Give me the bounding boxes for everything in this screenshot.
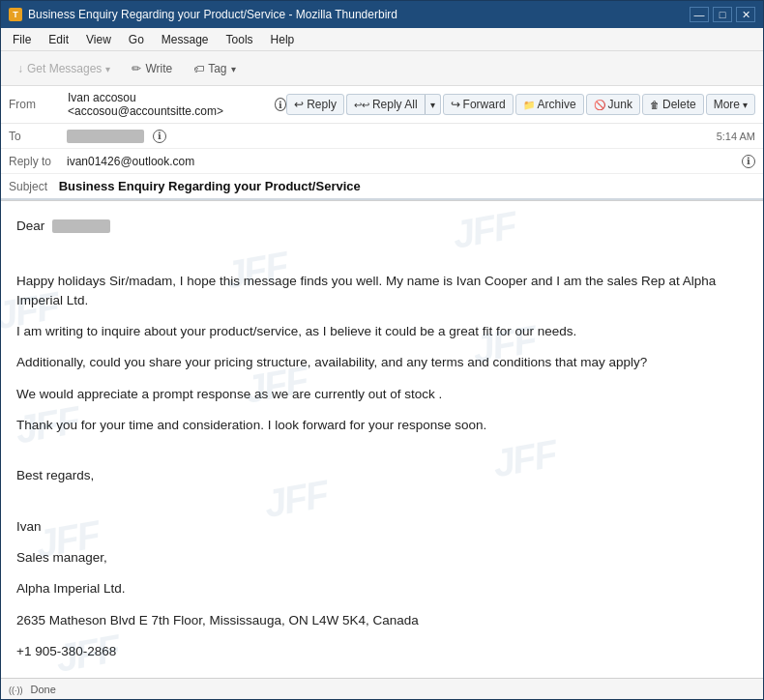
toolbar: Get Messages Write Tag (1, 51, 763, 86)
forward-icon (451, 98, 460, 111)
signature-company: Alpha Imperial Ltd. (16, 579, 748, 598)
more-button[interactable]: More (706, 94, 755, 115)
tag-icon (193, 62, 204, 75)
from-section: From Ivan accosou <accosou@accountsitte.… (9, 91, 286, 118)
junk-icon (594, 98, 605, 111)
tag-button[interactable]: Tag (185, 58, 244, 79)
subject-label: Subject (9, 180, 47, 193)
subject-value: Business Enquiry Regarding your Product/… (59, 179, 361, 193)
get-messages-icon (17, 62, 23, 75)
get-messages-dropdown-icon (105, 62, 110, 75)
status-text: Done (31, 684, 56, 695)
junk-button[interactable]: Junk (586, 94, 640, 115)
signature-title: Sales manager, (16, 548, 748, 568)
best-regards: Best regards, (16, 466, 748, 485)
menu-view[interactable]: View (78, 31, 119, 48)
email-header: From Ivan accosou <accosou@accountsitte.… (1, 86, 763, 201)
menu-help[interactable]: Help (263, 31, 303, 48)
signature-name: Ivan (16, 517, 748, 537)
email-body-content: Dear Happy holidays Sir/madam, I hope th… (16, 217, 748, 661)
forward-button[interactable]: Forward (443, 94, 514, 115)
reply-all-icon (354, 98, 369, 111)
more-chevron-icon (743, 98, 748, 111)
title-bar: T Business Enquiry Regarding your Produc… (1, 1, 763, 28)
reply-all-chevron-icon (430, 98, 435, 111)
wifi-icon (9, 684, 23, 695)
reply-to-value: ivan01426@outlook.com (67, 155, 738, 168)
write-icon (132, 62, 141, 75)
tag-dropdown-icon (231, 62, 236, 75)
to-label: To (9, 130, 67, 143)
menu-file[interactable]: File (5, 31, 39, 48)
from-value: Ivan accosou <accosou@accountsitte.com> (68, 91, 265, 118)
email-time: 5:14 AM (717, 131, 755, 142)
menu-edit[interactable]: Edit (41, 31, 76, 48)
reply-button[interactable]: Reply (286, 94, 344, 115)
paragraph-3: Additionally, could you share your prici… (16, 353, 748, 372)
reply-to-label: Reply to (9, 155, 67, 168)
menu-message[interactable]: Message (154, 31, 217, 48)
archive-icon (523, 98, 535, 111)
signature-phone: +1 905-380-2868 (16, 642, 748, 661)
dear-line: Dear (16, 217, 748, 236)
reply-all-dropdown-button[interactable] (425, 94, 441, 115)
reply-all-group: Reply All (346, 94, 441, 115)
minimize-button[interactable]: — (690, 7, 709, 22)
status-bar: Done (1, 678, 763, 699)
menu-tools[interactable]: Tools (219, 31, 261, 48)
recipient-name-blurred (52, 219, 110, 233)
reply-all-button[interactable]: Reply All (346, 94, 425, 115)
main-window: T Business Enquiry Regarding your Produc… (0, 0, 764, 700)
to-value: ℹ (67, 129, 717, 143)
archive-button[interactable]: Archive (515, 94, 584, 115)
title-bar-left: T Business Enquiry Regarding your Produc… (9, 8, 397, 21)
header-from-row: From Ivan accosou <accosou@accountsitte.… (1, 86, 763, 124)
reply-icon (294, 98, 304, 111)
close-button[interactable]: ✕ (736, 7, 755, 22)
app-icon: T (9, 8, 22, 21)
get-messages-button[interactable]: Get Messages (9, 58, 119, 79)
paragraph-1: Happy holidays Sir/madam, I hope this me… (16, 272, 748, 311)
paragraph-2: I am writing to inquire about your produ… (16, 322, 748, 341)
action-buttons: Reply Reply All Forward (286, 94, 755, 115)
paragraph-5: Thank you for your time and consideratio… (16, 416, 748, 435)
email-body: JFF JFF JFF JFF JFF JFF JFF (1, 201, 763, 678)
to-blurred (67, 130, 144, 143)
window-controls[interactable]: — □ ✕ (690, 7, 755, 22)
maximize-button[interactable]: □ (713, 7, 732, 22)
reply-to-row: Reply to ivan01426@outlook.com ℹ (1, 149, 763, 174)
paragraph-4: We would appreciate a prompt response as… (16, 385, 748, 404)
write-button[interactable]: Write (123, 58, 181, 79)
to-info-icon[interactable]: ℹ (153, 130, 166, 143)
subject-row: Subject Business Enquiry Regarding your … (1, 174, 763, 200)
delete-icon (650, 98, 660, 111)
menu-bar: File Edit View Go Message Tools Help (1, 28, 763, 51)
signature-address: 2635 Matheson Blvd E 7th Floor, Mississa… (16, 611, 748, 630)
window-title: Business Enquiry Regarding your Product/… (28, 8, 397, 21)
to-field-row: To ℹ 5:14 AM (1, 124, 763, 149)
from-info-icon[interactable]: ℹ (275, 98, 286, 111)
delete-button[interactable]: Delete (642, 94, 704, 115)
reply-to-info-icon[interactable]: ℹ (742, 155, 755, 168)
from-label: From (9, 98, 62, 111)
menu-go[interactable]: Go (121, 31, 152, 48)
dear-text: Dear (16, 219, 44, 233)
